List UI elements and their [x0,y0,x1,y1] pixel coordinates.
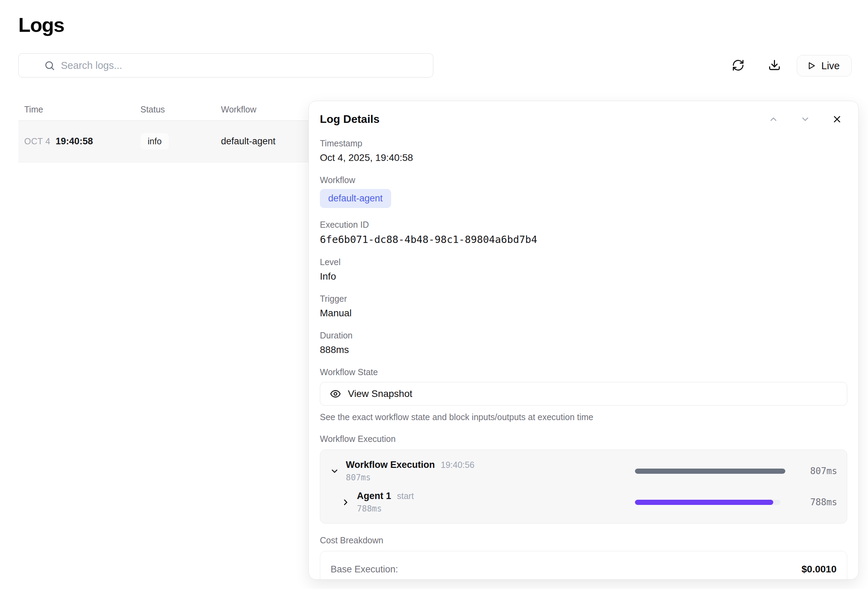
trigger-value: Manual [320,308,847,319]
log-row-date: OCT 4 [24,136,50,146]
execution-row-text: Agent 1 start 788ms [357,491,414,514]
page-title: Logs [18,13,64,36]
timestamp-field: Timestamp Oct 4, 2025, 19:40:58 [320,138,847,163]
level-field: Level Info [320,257,847,282]
chevron-right-icon [341,498,350,507]
execution-row-meta: start [397,491,414,501]
refresh-button[interactable] [728,55,748,75]
log-details-panel: Log Details Timestamp Oct 4, 2025, 19:40… [309,101,859,580]
cost-row-value: $0.0010 [802,564,837,575]
previous-log-button[interactable] [766,111,781,127]
timeline-duration-label: 807ms [785,466,837,476]
cost-row-label: Base Execution: [331,564,398,575]
column-header-status: Status [140,105,221,114]
duration-field: Duration 888ms [320,330,847,355]
execution-row-text: Workflow Execution 19:40:56 807ms [346,460,474,482]
play-icon [807,61,816,71]
view-snapshot-button[interactable]: View Snapshot [320,382,847,405]
execution-row-meta: 19:40:56 [441,460,474,470]
workflow-field: Workflow default-agent [320,175,847,208]
log-row-status-cell: info [140,133,221,149]
trigger-field: Trigger Manual [320,294,847,319]
timeline-bar-workflow [635,469,785,474]
refresh-icon [732,59,744,72]
duration-label: Duration [320,330,847,340]
search-icon [44,60,55,71]
execution-timeline-card: Workflow Execution 19:40:56 807ms 807ms … [320,450,847,524]
execution-row-duration: 807ms [346,473,474,482]
workflow-state-label: Workflow State [320,367,847,377]
cost-breakdown-section: Cost Breakdown Base Execution: $0.0010 M… [320,535,847,580]
execution-row-agent[interactable]: Agent 1 start 788ms 788ms [327,487,840,518]
execution-id-value: 6fe6b071-dc88-4b48-98c1-89804a6bd7b4 [320,234,847,246]
workflow-state-field: Workflow State View Snapshot See the exa… [320,367,847,422]
cost-breakdown-label: Cost Breakdown [320,535,847,545]
chevron-down-icon [800,114,810,124]
close-icon [832,114,842,124]
search-bar [18,53,433,77]
live-button-label: Live [821,60,840,72]
timestamp-label: Timestamp [320,138,847,148]
workflow-execution-section: Workflow Execution Workflow Execution 19… [320,434,847,524]
log-details-controls [766,111,847,127]
workflow-state-help: See the exact workflow state and block i… [320,412,847,422]
trigger-label: Trigger [320,294,847,304]
cost-row-base-execution: Base Execution: $0.0010 [331,551,837,580]
execution-id-label: Execution ID [320,220,847,230]
workflow-execution-label: Workflow Execution [320,434,847,444]
log-details-title: Log Details [320,113,379,126]
download-icon [768,59,781,72]
cost-breakdown-card: Base Execution: $0.0010 Model Input: $0.… [320,551,847,580]
timeline-bar-track [635,469,785,474]
execution-id-field: Execution ID 6fe6b071-dc88-4b48-98c1-898… [320,220,847,246]
live-button[interactable]: Live [797,55,852,77]
timeline-bar-agent [635,500,773,505]
workflow-badge[interactable]: default-agent [320,189,391,208]
status-badge: info [140,133,169,149]
timestamp-value: Oct 4, 2025, 19:40:58 [320,152,847,163]
workflow-label: Workflow [320,175,847,185]
next-log-button[interactable] [797,111,813,127]
close-panel-button[interactable] [829,111,844,127]
chevron-up-icon [768,114,778,124]
execution-row-name: Workflow Execution [346,460,435,470]
column-header-time: Time [18,105,140,114]
timeline-bar-track [635,500,781,505]
timeline-duration-label: 788ms [785,497,837,507]
execution-row-name: Agent 1 [357,491,391,502]
level-value: Info [320,271,847,282]
level-label: Level [320,257,847,267]
search-input[interactable] [18,53,433,77]
log-details-header: Log Details [320,111,847,127]
eye-icon [330,388,341,400]
collapse-toggle[interactable] [330,466,346,476]
execution-row-workflow[interactable]: Workflow Execution 19:40:56 807ms 807ms [327,456,840,487]
log-row-time-cell: OCT 419:40:58 [18,136,140,147]
view-snapshot-label: View Snapshot [348,388,412,400]
execution-row-duration: 788ms [357,504,414,514]
duration-value: 888ms [320,344,847,355]
log-row-time: 19:40:58 [56,136,93,147]
expand-toggle[interactable] [341,498,357,507]
chevron-down-icon [330,466,339,476]
download-button[interactable] [764,55,785,75]
